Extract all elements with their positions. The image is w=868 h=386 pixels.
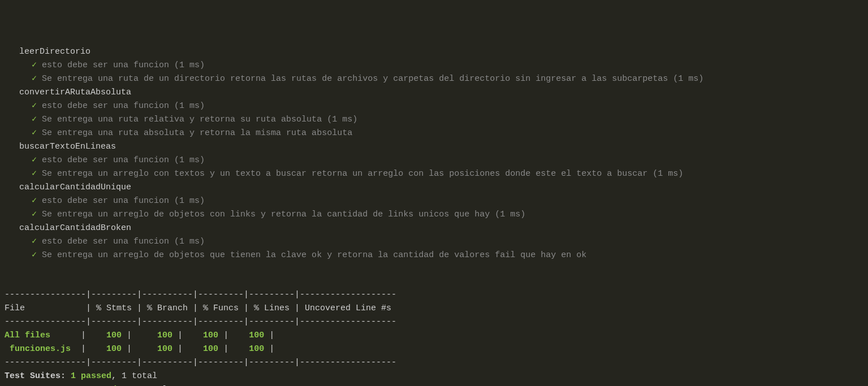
coverage-separator: ----------------|---------|----------|--… bbox=[5, 290, 396, 300]
test-description: esto debe ser una funcion (1 ms) bbox=[42, 237, 205, 246]
test-result: ✓ esto debe ser una funcion (1 ms) bbox=[5, 194, 863, 208]
test-description: Se entrega un arreglo de objetos con lin… bbox=[42, 210, 525, 219]
test-description: Se entrega una ruta relativa y retorna s… bbox=[42, 115, 357, 124]
check-icon: ✓ bbox=[32, 210, 37, 219]
test-result: ✓ esto debe ser una funcion (1 ms) bbox=[5, 99, 863, 113]
check-icon: ✓ bbox=[32, 169, 37, 179]
test-description: esto debe ser una funcion (1 ms) bbox=[42, 60, 205, 70]
check-icon: ✓ bbox=[32, 155, 37, 165]
test-result: ✓ Se entrega un arreglo de objetos con l… bbox=[5, 208, 863, 222]
summary-test-suites: Test Suites: 1 passed, 1 total bbox=[5, 371, 157, 381]
check-icon: ✓ bbox=[32, 250, 37, 260]
test-output: leerDirectorio✓ esto debe ser una funcio… bbox=[5, 45, 863, 262]
check-icon: ✓ bbox=[32, 101, 37, 111]
suite-name: convertirARutaAbsoluta bbox=[5, 86, 863, 99]
test-description: esto debe ser una funcion (1 ms) bbox=[42, 155, 205, 165]
test-result: ✓ Se entrega un arreglo con textos y un … bbox=[5, 167, 863, 181]
test-description: Se entrega una ruta absoluta y retorna l… bbox=[42, 128, 352, 138]
coverage-separator: ----------------|---------|----------|--… bbox=[5, 358, 396, 367]
check-icon: ✓ bbox=[32, 196, 37, 206]
test-result: ✓ Se entrega una ruta relativa y retorna… bbox=[5, 113, 863, 127]
test-description: Se entrega un arreglo de objetos que tie… bbox=[42, 250, 586, 260]
test-result: ✓ Se entrega una ruta absoluta y retorna… bbox=[5, 127, 863, 140]
test-description: esto debe ser una funcion (1 ms) bbox=[42, 196, 205, 206]
coverage-header: File | % Stmts | % Branch | % Funcs | % … bbox=[5, 303, 396, 313]
suite-name: buscarTextoEnLineas bbox=[5, 140, 863, 154]
suite-name: leerDirectorio bbox=[5, 45, 863, 59]
coverage-table: ----------------|---------|----------|--… bbox=[5, 288, 863, 386]
test-description: Se entrega un arreglo con textos y un te… bbox=[42, 169, 683, 179]
test-description: esto debe ser una funcion (1 ms) bbox=[42, 101, 205, 111]
test-result: ✓ esto debe ser una funcion (1 ms) bbox=[5, 59, 863, 72]
test-result: ✓ Se entrega un arreglo de objetos que t… bbox=[5, 249, 863, 262]
test-description: Se entrega una ruta de un directorio ret… bbox=[42, 74, 703, 84]
suite-name: calcularCantidadBroken bbox=[5, 222, 863, 235]
check-icon: ✓ bbox=[32, 60, 37, 70]
coverage-separator: ----------------|---------|----------|--… bbox=[5, 317, 396, 327]
test-result: ✓ Se entrega una ruta de un directorio r… bbox=[5, 72, 863, 86]
suite-name: calcularCantidadUnique bbox=[5, 181, 863, 194]
check-icon: ✓ bbox=[32, 237, 37, 246]
coverage-row-allfiles: All files | 100 | 100 | 100 | 100 | bbox=[5, 331, 371, 340]
test-result: ✓ esto debe ser una funcion (1 ms) bbox=[5, 235, 863, 249]
coverage-row-file: funciones.js | 100 | 100 | 100 | 100 | bbox=[5, 344, 371, 354]
check-icon: ✓ bbox=[32, 74, 37, 84]
test-result: ✓ esto debe ser una funcion (1 ms) bbox=[5, 154, 863, 167]
check-icon: ✓ bbox=[32, 115, 37, 124]
check-icon: ✓ bbox=[32, 128, 37, 138]
